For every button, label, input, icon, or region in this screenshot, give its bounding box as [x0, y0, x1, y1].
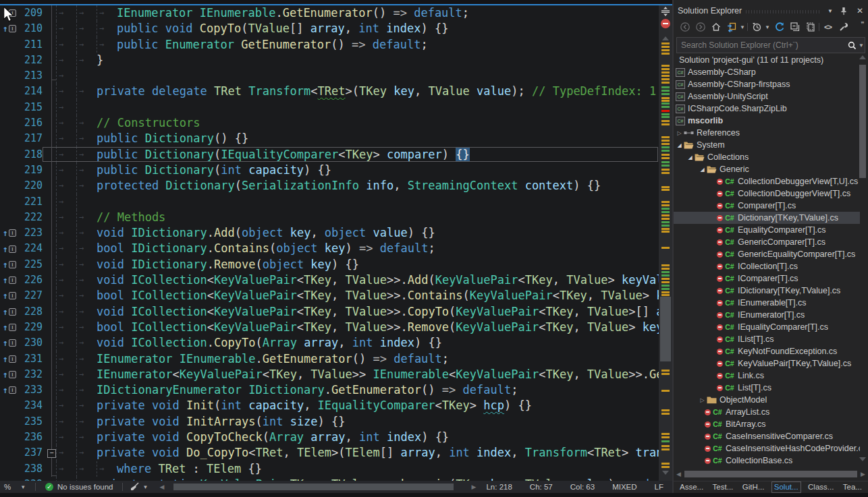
override-indicator-icon[interactable]: ↑I	[0, 367, 19, 382]
scroll-down-arrow[interactable]	[662, 471, 669, 475]
panel-tab[interactable]: Tea...	[841, 482, 864, 492]
code-line[interactable]: ↑I225→→void IDictionary.Remove(object ke…	[0, 257, 659, 272]
tree-item-file[interactable]: C#ICollection[T].cs	[674, 260, 860, 272]
chevron-down-icon[interactable]: ▼	[765, 24, 771, 30]
view-code-icon[interactable]: <>	[821, 20, 835, 34]
code-line[interactable]: ↑I224→→bool IDictionary.Contains(object …	[0, 241, 659, 256]
properties-wrench-icon[interactable]	[836, 20, 850, 34]
override-indicator-icon[interactable]: ↑I	[0, 320, 19, 335]
tree-item-file[interactable]: C#IList[T].cs	[674, 333, 860, 345]
document-health-icon[interactable]	[661, 19, 670, 28]
code-line[interactable]: 235→→private void InitArrays(int size) {…	[0, 414, 659, 430]
override-indicator-icon[interactable]: ↑I	[0, 382, 19, 398]
panel-title-bar[interactable]: Solution Explorer ▼ ✕	[674, 0, 868, 18]
code-line[interactable]: ↑I233→→IDictionaryEnumerator IDictionary…	[0, 382, 659, 398]
vertical-scrollbar-thumb[interactable]	[660, 297, 671, 361]
chevron-down-icon[interactable]: ▼	[142, 484, 148, 490]
split-editor-handle[interactable]	[661, 7, 670, 16]
scroll-up-arrow[interactable]	[859, 55, 866, 59]
tree-item-file[interactable]: C#Link.cs	[674, 370, 860, 382]
override-indicator-icon[interactable]: ↑I	[0, 304, 19, 320]
scroll-up-arrow[interactable]	[662, 36, 669, 40]
forward-icon[interactable]	[693, 20, 707, 34]
tree-item-refs[interactable]: ▷References	[674, 127, 860, 139]
panel-tab[interactable]: Solut...	[771, 481, 801, 493]
code-line[interactable]: ↑I223→→void IDictionary.Add(object key, …	[0, 225, 659, 241]
expander-expanded-icon[interactable]: ◢	[686, 154, 695, 160]
collapse-region-button[interactable]: −	[47, 449, 56, 458]
code-line[interactable]: ↑I228→→void ICollection<KeyValuePair<TKe…	[0, 304, 659, 320]
code-line[interactable]: 212→→}	[0, 53, 659, 68]
tree-item-file[interactable]: C#GenericComparer[T].cs	[674, 236, 860, 248]
tree-item-project[interactable]: C#ICSharpCode.SharpZipLib	[674, 103, 860, 115]
code-line[interactable]: 237→→private void Do_CopyTo<TRet, TElem>…	[0, 445, 659, 461]
tree-item-folder[interactable]: ◢System	[674, 139, 860, 151]
code-line[interactable]: ↑I209→→→IEnumerator IEnumerable.GetEnume…	[0, 5, 659, 21]
tree-item-file[interactable]: C#IEnumerable[T].cs	[674, 297, 860, 309]
override-indicator-icon[interactable]: ↑I	[0, 257, 19, 272]
tree-item-project[interactable]: C#Assembly-CSharp	[674, 66, 860, 78]
override-indicator-icon[interactable]: ↑I	[0, 351, 19, 367]
code-line[interactable]: 214→→private delegate TRet Transform<TRe…	[0, 84, 659, 99]
tree-item-file[interactable]: C#List[T].cs	[674, 382, 860, 394]
horizontal-scrollbar-thumb[interactable]	[173, 484, 454, 490]
search-box[interactable]: ▼	[676, 37, 865, 53]
outline-margin-line[interactable]	[51, 5, 52, 477]
override-indicator-icon[interactable]: ↑I	[0, 288, 19, 303]
tree-item-file[interactable]: C#IEnumerator[T].cs	[674, 309, 860, 321]
expander-collapsed-icon[interactable]: ▷	[675, 130, 684, 136]
code-line[interactable]: 238→→→where TRet : TElem {}	[0, 461, 659, 477]
tree-item-project[interactable]: C#mscorlib	[674, 115, 860, 127]
tree-item-file[interactable]: C#CollectionDebuggerView[T,U].cs	[674, 175, 860, 187]
refresh-icon[interactable]	[772, 20, 786, 34]
pending-changes-filter-icon[interactable]	[749, 20, 763, 34]
code-line[interactable]: ↑I210→→→public void CopyTo(TValue[] arra…	[0, 21, 659, 36]
override-indicator-icon[interactable]: ↑I	[0, 272, 19, 288]
code-line[interactable]: 215→	[0, 100, 659, 115]
show-all-files-icon[interactable]	[803, 20, 817, 34]
tree-item-file[interactable]: C#EqualityComparer[T].cs	[674, 224, 860, 236]
scroll-left-arrow[interactable]: ◀	[675, 471, 682, 477]
tree-vertical-scrollbar[interactable]	[859, 55, 867, 467]
tree-item-project[interactable]: C#Assembly-UnityScript	[674, 90, 860, 103]
code-line[interactable]: ↑I227→→bool ICollection<KeyValuePair<TKe…	[0, 288, 659, 303]
panel-tab[interactable]: GitH...	[740, 482, 767, 492]
scroll-left-arrow[interactable]: ◀	[158, 484, 165, 490]
code-line[interactable]: ↑I232→→IEnumerator<KeyValuePair<TKey, TV…	[0, 367, 659, 382]
zoom-selector[interactable]: % ▼	[0, 481, 35, 493]
code-line[interactable]: ↑I230→→void ICollection.CopyTo(Array arr…	[0, 335, 659, 351]
tree-item-file[interactable]: C#IEqualityComparer[T].cs	[674, 321, 860, 333]
issues-status[interactable]: No issues found	[57, 483, 113, 491]
expander-collapsed-icon[interactable]: ▷	[698, 397, 707, 403]
collapse-all-icon[interactable]	[788, 20, 802, 34]
back-icon[interactable]	[678, 20, 692, 34]
code-line[interactable]: 217→→public Dictionary() {}	[0, 131, 659, 146]
tree-item-file[interactable]: C#Dictionary[TKey,TValue].cs	[674, 212, 860, 224]
drag-grip[interactable]	[746, 10, 821, 13]
panel-tab[interactable]: Asse...	[678, 482, 705, 492]
tree-item-file[interactable]: C#IComparer[T].cs	[674, 272, 860, 285]
search-input[interactable]	[677, 40, 846, 50]
panel-tab[interactable]: Test...	[711, 482, 736, 492]
chevron-down-icon[interactable]: ▼	[740, 24, 746, 30]
override-indicator-icon[interactable]: ↑I	[0, 225, 19, 241]
home-icon[interactable]	[709, 20, 723, 34]
code-line[interactable]: 234→→private void Init(int capacity, IEq…	[0, 398, 659, 413]
tree-hscrollbar-thumb[interactable]	[684, 471, 857, 477]
panel-tab[interactable]: Class...	[806, 482, 836, 492]
code-line[interactable]: ↑I229→→bool ICollection<KeyValuePair<TKe…	[0, 320, 659, 335]
tree-item-file[interactable]: C#KeyValuePair[TKey,TValue].cs	[674, 357, 860, 370]
sync-with-active-document-icon[interactable]	[724, 20, 738, 34]
code-line[interactable]: 222→→// Methods	[0, 210, 659, 225]
code-line[interactable]: 221→	[0, 194, 659, 210]
tree-item-file[interactable]: C#ArrayList.cs	[674, 406, 860, 418]
tree-item-folder[interactable]: ◢Generic	[674, 163, 860, 175]
toolbar-overflow-icon[interactable]: ❞	[861, 20, 865, 28]
tree-item-file[interactable]: C#GenericEqualityComparer[T].cs	[674, 248, 860, 260]
scroll-right-arrow[interactable]: ▶	[859, 471, 867, 477]
expander-expanded-icon[interactable]: ◢	[698, 167, 707, 173]
tree-item-project[interactable]: C#Assembly-CSharp-firstpass	[674, 78, 860, 90]
code-line[interactable]: 218→→public Dictionary(IEqualityComparer…	[0, 147, 659, 163]
scroll-down-arrow[interactable]	[859, 457, 866, 461]
expander-expanded-icon[interactable]: ◢	[675, 142, 684, 148]
